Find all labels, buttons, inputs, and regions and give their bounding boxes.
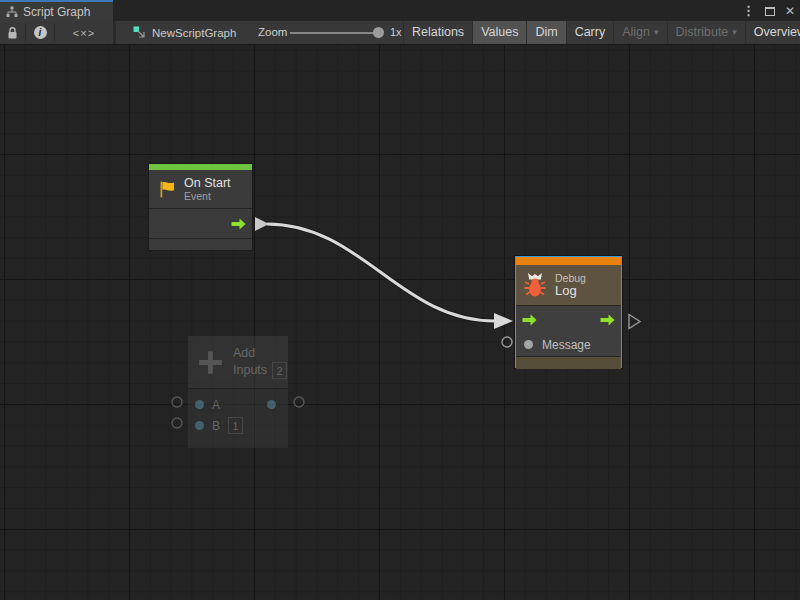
port-row-a: A [188,394,288,415]
flow-input-arrow-icon[interactable] [521,313,538,327]
add-node-body: A B 1 [188,389,288,448]
dim-button[interactable]: Dim [526,21,565,44]
graph-toolbar: i <×> NewScriptGraph Zoom 1x Relations V… [0,21,800,45]
port-b-label: B [212,419,220,433]
debug-log-header: Debug Log [516,265,621,305]
message-input-port-circle[interactable] [502,337,512,347]
info-icon: i [34,26,47,39]
value-output-port[interactable] [267,400,276,409]
wire-shadow [267,224,495,321]
node-debug-log[interactable]: Debug Log Message [515,256,622,368]
value-input-port-a[interactable] [195,400,204,409]
values-button[interactable]: Values [472,21,526,44]
chevron-down-icon: ▾ [732,27,737,37]
zoom-value: 1x [390,21,402,44]
flow-output-arrow-icon[interactable] [230,217,247,231]
debug-output-port-triangle[interactable] [629,315,640,329]
title-bar: Script Graph ⋮ ✕ [0,0,800,21]
value-input-port-b[interactable] [195,421,204,430]
maximize-icon[interactable] [765,7,775,16]
connections-overlay [0,45,800,600]
zoom-label: Zoom [258,21,287,44]
node-footer [516,357,621,369]
graph-name-button[interactable]: NewScriptGraph [133,21,236,44]
value-port-dot[interactable] [524,340,533,349]
node-title: Log [555,284,586,298]
close-icon[interactable]: ✕ [785,2,795,20]
graph-name: NewScriptGraph [152,27,236,39]
graph-hierarchy-icon [6,6,18,18]
zoom-slider-knob[interactable] [373,27,384,38]
add-output-port-circle[interactable] [294,397,304,407]
node-on-start[interactable]: On Start Event [148,163,253,251]
inputs-count-field[interactable]: 2 [272,362,287,379]
flow-output-arrow-icon[interactable] [599,313,616,327]
graph-canvas[interactable]: On Start Event Debug Log [0,45,800,600]
code-view-button[interactable]: <×> [55,21,113,44]
on-start-header: On Start Event [149,170,252,208]
tab-script-graph[interactable]: Script Graph [0,0,113,21]
window-controls: ⋮ ✕ [742,2,795,20]
add-input-b-port-circle[interactable] [172,418,182,428]
message-port-label: Message [542,338,591,352]
relations-button[interactable]: Relations [403,21,472,44]
script-graph-icon [133,26,146,39]
node-title: Add [233,346,287,360]
code-icon: <×> [73,27,95,39]
align-button[interactable]: Align▾ [613,21,666,44]
port-row-b: B 1 [188,415,288,436]
on-start-output-port-triangle[interactable] [255,217,269,231]
distribute-button[interactable]: Distribute▾ [667,21,745,44]
info-button[interactable]: i [26,21,54,44]
wire-arrowhead [494,313,513,329]
overview-button[interactable]: Overview [745,21,800,44]
node-footer [149,239,252,250]
inputs-label: Inputs [233,363,267,377]
zoom-slider-track[interactable] [290,32,378,34]
lock-button[interactable] [0,21,25,44]
kebab-menu-icon[interactable]: ⋮ [742,2,755,20]
chevron-down-icon: ▾ [654,27,659,37]
debug-log-flow-row [516,306,621,333]
on-start-flow-row [149,209,252,238]
lock-icon [6,26,19,40]
node-add-dimmed[interactable]: Add Inputs 2 A B 1 [188,336,288,447]
port-b-value-field[interactable]: 1 [228,417,243,434]
toolbar-group-separator [113,21,116,44]
debug-color-bar [516,257,621,265]
node-subtitle: Event [184,190,231,202]
tab-title: Script Graph [23,5,90,19]
add-input-a-port-circle[interactable] [172,397,182,407]
port-a-label: A [212,398,220,412]
toolbar-buttons: Relations Values Dim Carry Align▾ Distri… [403,21,800,44]
bug-icon [524,273,546,298]
connection-wire[interactable] [267,224,495,321]
plus-icon [195,347,226,378]
carry-button[interactable]: Carry [566,21,614,44]
debug-log-message-row: Message [516,333,621,356]
flag-icon [158,180,177,199]
add-node-header: Add Inputs 2 [188,336,288,388]
node-title: On Start [184,176,231,190]
